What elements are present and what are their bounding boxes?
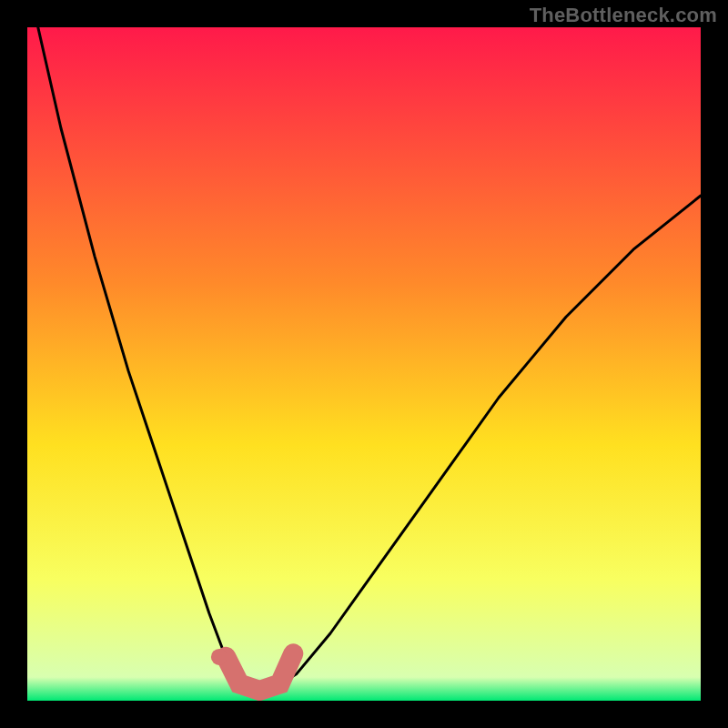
curve-layer (27, 27, 701, 701)
chart-frame: TheBottleneck.com (0, 0, 728, 728)
highlight-dot (211, 649, 228, 665)
watermark-label: TheBottleneck.com (530, 4, 717, 27)
bottleneck-curve (27, 27, 701, 691)
highlight-band (226, 653, 293, 691)
plot-area (27, 27, 701, 701)
